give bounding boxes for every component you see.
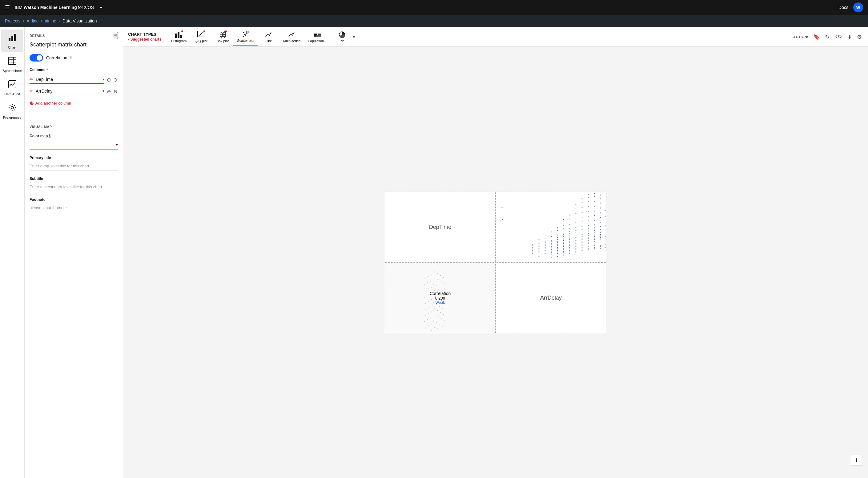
svg-point-141 (576, 235, 577, 236)
svg-point-238 (433, 284, 434, 285)
svg-point-247 (438, 279, 439, 280)
column2-actions: ⊕ ⊖ (106, 88, 118, 95)
chart-type-line[interactable]: Line (258, 29, 279, 45)
sidebar-item-preferences[interactable]: Preferences (1, 100, 23, 122)
chart-type-multi-series[interactable]: Multi-series (279, 29, 304, 45)
sidebar-item-data-audit-label: Data Audit (4, 92, 20, 96)
svg-point-159 (582, 236, 583, 237)
color-map-info-icon[interactable]: ℹ (49, 134, 51, 138)
svg-point-46 (532, 251, 533, 252)
svg-point-82 (551, 232, 552, 233)
svg-point-47 (532, 244, 533, 245)
svg-point-122 (569, 238, 570, 239)
action-settings-button[interactable]: ⚙ (856, 32, 863, 41)
svg-rect-3 (9, 57, 16, 65)
chart-type-histogram[interactable]: Histogram (167, 29, 190, 45)
svg-point-34 (243, 32, 244, 33)
svg-point-179 (588, 233, 589, 234)
color-map-select[interactable]: ▾ (30, 140, 118, 149)
column1-select-wrap: ✏ DepTime ▾ (30, 76, 104, 84)
hamburger-icon[interactable]: ☰ (5, 4, 10, 11)
svg-point-170 (582, 207, 583, 208)
breadcrumb-airline[interactable]: Airline (27, 19, 39, 23)
svg-rect-35 (314, 34, 317, 35)
avatar[interactable]: W (853, 2, 863, 12)
column1-remove-button[interactable]: ⊖ (113, 76, 118, 83)
brand-dropdown-button[interactable]: ▾ (100, 5, 102, 10)
svg-line-19 (198, 32, 204, 37)
sep1: › (23, 19, 24, 23)
svg-point-282 (427, 319, 428, 320)
primary-title-input[interactable] (30, 162, 118, 170)
correlation-toggle[interactable] (30, 54, 43, 62)
chart-type-qq-plot[interactable]: Q-Q plot (190, 29, 212, 45)
svg-point-136 (576, 246, 577, 247)
svg-point-127 (569, 251, 570, 252)
svg-point-266 (440, 275, 441, 276)
svg-point-154 (582, 242, 583, 243)
correlation-info-icon[interactable]: ℹ (70, 55, 72, 60)
svg-point-181 (588, 228, 589, 229)
svg-point-248 (436, 285, 437, 286)
docs-link[interactable]: Docs (838, 5, 848, 10)
column2-remove-button[interactable]: ⊖ (113, 88, 118, 95)
svg-point-144 (576, 249, 577, 250)
svg-rect-10 (175, 34, 177, 38)
column2-add-button[interactable]: ⊕ (106, 88, 112, 95)
column2-name: ArrDelay (36, 89, 100, 94)
svg-point-75 (551, 251, 552, 251)
svg-point-198 (594, 233, 595, 234)
svg-point-105 (563, 240, 564, 241)
svg-point-42 (532, 247, 533, 248)
svg-point-115 (569, 242, 570, 243)
svg-point-55 (539, 243, 539, 244)
svg-point-242 (434, 309, 435, 309)
add-column-button[interactable]: ⊕ Add another column (30, 99, 118, 107)
svg-point-86 (557, 247, 558, 248)
column2-chevron-icon[interactable]: ▾ (102, 89, 104, 93)
svg-point-274 (439, 325, 440, 326)
action-refresh-button[interactable]: ↻ (824, 32, 831, 41)
chart-download-button[interactable]: ⬇ (851, 455, 862, 466)
chart-type-pie[interactable]: Pie (331, 29, 353, 45)
column1-chevron-icon[interactable]: ▾ (102, 77, 104, 81)
svg-point-195 (594, 238, 595, 239)
spreadsheet-icon (8, 57, 17, 67)
subtitle-input[interactable] (30, 183, 118, 191)
svg-point-134 (576, 243, 577, 244)
action-bookmark-button[interactable]: 🔖 (812, 32, 821, 41)
chart-types-label-wrap: CHART TYPES • Suggested charts (128, 32, 167, 41)
breadcrumb-projects[interactable]: Projects (5, 19, 21, 23)
action-code-button[interactable]: </> (833, 32, 844, 41)
chart-type-scatter-plot[interactable]: Scatter plot (233, 28, 258, 45)
svg-point-110 (563, 252, 564, 253)
chart-type-multi-label: Multi-series (283, 39, 301, 43)
chart-type-box-plot[interactable]: Box plot (212, 29, 233, 45)
svg-point-219 (600, 246, 601, 247)
action-download-button[interactable]: ⬇ (846, 32, 853, 41)
svg-point-185 (588, 220, 589, 221)
svg-point-276 (427, 282, 428, 283)
svg-point-272 (440, 312, 441, 313)
column1-add-button[interactable]: ⊕ (106, 76, 112, 83)
breadcrumb-airline2[interactable]: airline (44, 19, 56, 23)
sidebar-item-spreadsheet[interactable]: Spreadsheet (1, 53, 23, 75)
sidebar-item-data-audit[interactable]: Data Audit (1, 76, 23, 98)
svg-point-128 (569, 228, 570, 229)
svg-point-223 (600, 217, 601, 218)
collapse-panel-button[interactable]: ⊟ (113, 32, 118, 39)
svg-point-245 (434, 327, 435, 328)
suggested-charts-label: • Suggested charts (128, 37, 161, 41)
sidebar-item-preferences-label: Preferences (3, 116, 21, 120)
svg-point-69 (545, 235, 546, 236)
svg-point-70 (545, 258, 546, 259)
add-column-plus-icon: ⊕ (30, 100, 34, 106)
chart-type-population[interactable]: Population ... (304, 29, 331, 45)
svg-point-98 (557, 256, 558, 257)
svg-point-158 (582, 238, 583, 239)
sidebar-item-chart[interactable]: Chart (1, 30, 23, 52)
svg-point-173 (588, 240, 589, 241)
footnote-input[interactable] (30, 204, 118, 212)
chart-types-expand-button[interactable]: ▾ (353, 34, 355, 40)
svg-point-109 (563, 251, 564, 252)
